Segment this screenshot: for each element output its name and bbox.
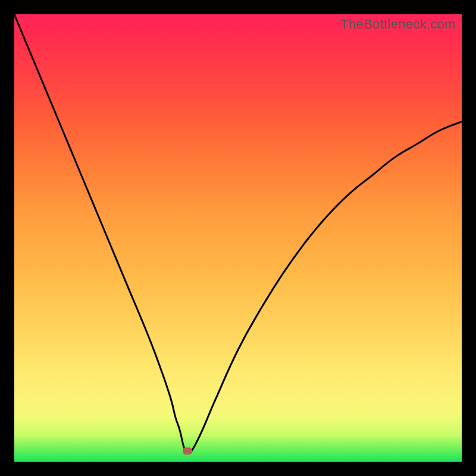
minimum-marker <box>183 447 192 455</box>
chart-plot-area: TheBottleneck.com <box>14 14 462 462</box>
chart-frame: TheBottleneck.com <box>0 0 476 476</box>
chart-curve-svg <box>14 14 462 462</box>
bottleneck-curve <box>14 14 462 453</box>
